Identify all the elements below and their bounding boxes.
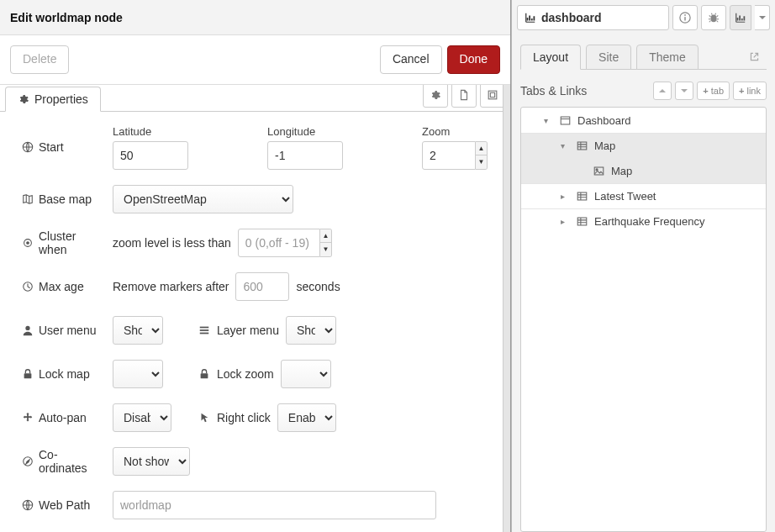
select-basemap[interactable]: OpenStreetMap — [113, 185, 293, 213]
gear-icon — [18, 93, 29, 105]
tree-node-dashboard[interactable]: ▾ Dashboard — [521, 108, 766, 133]
user-icon — [22, 324, 34, 336]
input-maxage[interactable] — [235, 272, 289, 301]
caret-down-icon — [681, 87, 688, 94]
svg-point-6 — [25, 325, 29, 329]
group-zoom: Zoom ▲▼ — [422, 125, 488, 170]
move-down-button[interactable] — [675, 82, 693, 100]
select-autopan[interactable]: Disable — [113, 403, 171, 432]
chevron-down-icon: ▾ — [555, 141, 570, 150]
label-layermenu: Layer menu — [198, 324, 279, 337]
tree-node-latest-tweet[interactable]: ▸ Latest Tweet — [521, 183, 766, 208]
target-icon — [22, 237, 34, 249]
caret-down-icon — [759, 14, 766, 21]
plus-icon: + — [703, 86, 708, 96]
image-icon — [593, 166, 604, 176]
input-longitude[interactable] — [267, 141, 343, 170]
map-icon — [22, 193, 34, 205]
editor-actions: Delete Cancel Done — [0, 35, 510, 85]
label-maxage: Max age — [22, 280, 106, 293]
cluster-spinner[interactable]: ▲▼ — [320, 229, 332, 257]
tabs-links-header: Tabs & Links +tab +link — [520, 82, 767, 100]
label-cluster: Cluster when — [22, 229, 106, 256]
label-autopan: Auto-pan — [22, 411, 106, 424]
row-autopan: Auto-pan Disable Right click Enable — [22, 403, 503, 432]
input-webpath[interactable] — [113, 491, 436, 519]
svg-point-4 — [27, 241, 29, 244]
tab-properties[interactable]: Properties — [5, 87, 101, 112]
file-icon — [458, 89, 470, 101]
select-coords[interactable]: Not shown — [113, 447, 190, 476]
tabs-links-title: Tabs & Links — [520, 84, 587, 97]
open-external-button[interactable] — [741, 44, 767, 69]
grid-icon — [577, 216, 588, 227]
input-cluster-zoom[interactable] — [238, 229, 320, 257]
editor-header: Edit worldmap node — [0, 0, 510, 35]
select-layermenu[interactable]: Show — [286, 316, 336, 345]
tab-layout[interactable]: Layout — [520, 45, 581, 70]
select-rightclick[interactable]: Enable — [277, 403, 336, 432]
scrollbar-thumb[interactable] — [504, 329, 509, 446]
chevron-right-icon: ▸ — [555, 192, 570, 201]
dashboard-view-button[interactable] — [730, 5, 751, 30]
grid-icon — [577, 191, 588, 202]
group-longitude: Longitude — [267, 125, 343, 170]
input-latitude[interactable] — [113, 141, 188, 170]
pointer-icon — [198, 412, 210, 424]
maxage-prefix-text: Remove markers after — [113, 280, 229, 293]
row-locks: Lock map Lock zoom — [22, 360, 503, 388]
label-usermenu: User menu — [22, 324, 106, 337]
chart-icon — [525, 12, 536, 24]
row-start: Start Latitude Longitude Zoom ▲▼ — [22, 125, 503, 170]
label-basemap: Base map — [22, 192, 106, 206]
done-button[interactable]: Done — [447, 45, 500, 74]
editor-dialog: Edit worldmap node Delete Cancel Done Pr… — [0, 0, 511, 532]
svg-rect-1 — [490, 92, 494, 97]
input-zoom[interactable] — [422, 141, 476, 170]
debug-button[interactable] — [701, 5, 726, 30]
move-up-button[interactable] — [653, 82, 672, 100]
zoom-spinner[interactable]: ▲▼ — [476, 141, 488, 170]
label-start: Start — [22, 140, 106, 154]
row-maxage: Max age Remove markers after seconds — [22, 272, 503, 301]
window-icon — [560, 115, 571, 126]
external-link-icon — [749, 51, 760, 62]
caret-up-icon — [659, 87, 666, 94]
tab-site[interactable]: Site — [586, 45, 631, 70]
chevron-down-icon: ▾ — [538, 116, 553, 125]
dashboard-view-caret[interactable] — [755, 5, 770, 30]
editor-tab-bar: Properties — [0, 85, 510, 112]
layout-tree-scroll[interactable]: ▾ Dashboard ▾ Map Map ▸ Late — [521, 108, 766, 531]
row-cluster: Cluster when zoom level is less than ▲▼ — [22, 229, 503, 257]
node-settings-button[interactable] — [423, 85, 448, 108]
info-button[interactable] — [672, 5, 698, 30]
tree-node-earthquake[interactable]: ▸ Earthquake Frequency — [521, 208, 766, 234]
svg-rect-19 — [561, 117, 570, 124]
row-menus: User menu Show Layer menu Show — [22, 316, 503, 345]
add-link-button[interactable]: +link — [733, 82, 767, 100]
lock-icon — [22, 368, 34, 380]
tab-theme[interactable]: Theme — [636, 45, 699, 70]
add-tab-button[interactable]: +tab — [697, 82, 730, 100]
cancel-button[interactable]: Cancel — [380, 45, 442, 74]
select-usermenu[interactable]: Show — [113, 316, 163, 345]
node-docs-button[interactable] — [451, 85, 477, 108]
plus-icon: + — [739, 86, 744, 96]
globe-icon — [22, 499, 34, 511]
sidebar: dashboard Layout Site Theme Tabs & Links — [511, 0, 775, 532]
tree-node-map-widget[interactable]: Map — [521, 158, 766, 183]
label-webpath: Web Path — [22, 498, 106, 512]
editor-body: Properties Start — [0, 85, 510, 532]
select-lockzoom[interactable] — [281, 360, 331, 388]
select-lockmap[interactable] — [113, 360, 163, 388]
node-appearance-button[interactable] — [480, 85, 505, 108]
svg-rect-21 — [594, 167, 604, 175]
label-zoom: Zoom — [422, 125, 488, 138]
group-latitude: Latitude — [113, 125, 188, 170]
editor-title: Edit worldmap node — [10, 11, 123, 24]
delete-button[interactable]: Delete — [10, 45, 69, 74]
chart-icon — [735, 12, 746, 24]
bug-icon — [708, 12, 720, 24]
sidebar-title[interactable]: dashboard — [517, 5, 669, 30]
tree-node-map-group[interactable]: ▾ Map — [521, 133, 766, 158]
